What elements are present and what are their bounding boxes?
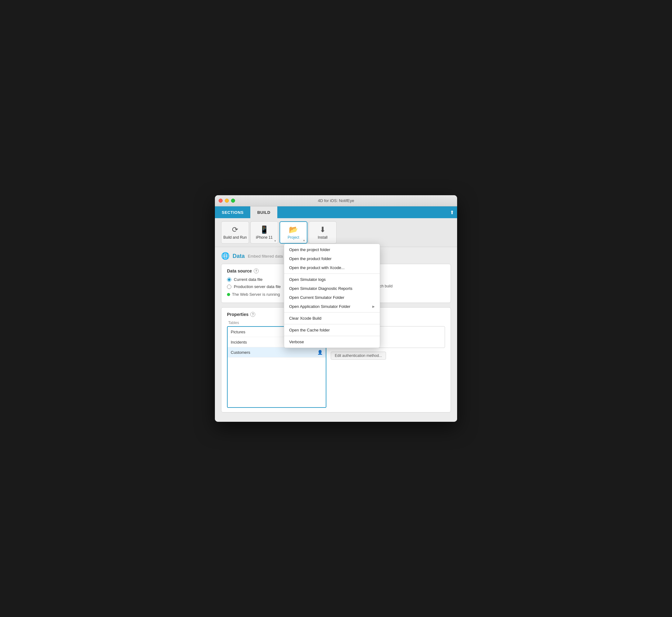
project-button[interactable]: 📂 Project ▼ — [280, 221, 307, 244]
close-button[interactable] — [219, 199, 223, 203]
menu-item-verbose[interactable]: Verbose — [284, 337, 380, 346]
menu-item-open-product-folder[interactable]: Open the product folder — [284, 254, 380, 263]
toolbar: ⟳ Build and Run 📱 iPhone 11 ▼ 📂 Project … — [215, 218, 457, 247]
radio-current-input[interactable] — [227, 277, 231, 282]
submenu-arrow-icon: ▶ — [372, 305, 375, 308]
chevron-down-icon: ▼ — [274, 240, 276, 242]
tabs-bar: SECTIONS BUILD ⬆ — [215, 206, 457, 218]
folder-icon: 📂 — [289, 225, 298, 234]
radio-production-input[interactable] — [227, 284, 231, 289]
server-status-dot — [227, 293, 230, 296]
iphone-icon: 📱 — [260, 225, 269, 234]
project-dropdown-menu: Open the project folder Open the product… — [284, 244, 380, 348]
tab-build[interactable]: BUILD — [250, 206, 277, 218]
menu-item-open-simulator-logs[interactable]: Open Simulator logs — [284, 275, 380, 284]
window-title: 4D for iOS: NotifEye — [318, 198, 354, 203]
menu-item-open-application-simulator[interactable]: Open Application Simulator Folder ▶ — [284, 302, 380, 311]
separator — [284, 273, 380, 274]
maximize-button[interactable] — [231, 199, 235, 203]
menu-item-open-current-simulator[interactable]: Open Current Simulator Folder — [284, 293, 380, 302]
chevron-down-icon: ▼ — [303, 239, 305, 242]
titlebar: 4D for iOS: NotifEye — [215, 195, 457, 206]
help-icon[interactable]: ? — [254, 268, 259, 273]
edit-auth-button[interactable]: Edit authentication method... — [331, 352, 386, 360]
upload-button[interactable]: ⬆ — [450, 209, 454, 215]
separator — [284, 336, 380, 336]
install-icon: ⬇ — [320, 225, 326, 234]
person-icon: 👤 — [317, 350, 323, 355]
separator — [284, 324, 380, 324]
traffic-lights — [219, 199, 235, 203]
build-run-icon: ⟳ — [232, 225, 238, 234]
menu-item-open-cache-folder[interactable]: Open the Cache folder — [284, 326, 380, 335]
tab-sections[interactable]: SECTIONS — [215, 206, 250, 218]
table-empty-area — [228, 358, 326, 407]
separator — [284, 312, 380, 313]
app-window: 4D for iOS: NotifEye SECTIONS BUILD ⬆ ⟳ … — [215, 195, 457, 422]
section-title: Data — [232, 253, 245, 259]
menu-item-open-simulator-diagnostic[interactable]: Open Simulator Diagnostic Reports — [284, 284, 380, 293]
iphone-button[interactable]: 📱 iPhone 11 ▼ — [250, 221, 278, 244]
table-row[interactable]: Customers 👤 — [228, 347, 326, 358]
install-button[interactable]: ⬇ Install — [309, 221, 337, 244]
menu-item-clear-xcode-build[interactable]: Clear Xcode Build — [284, 314, 380, 323]
data-icon: 🌐 — [221, 252, 229, 260]
menu-item-open-product-xcode[interactable]: Open the product with Xcode... — [284, 263, 380, 272]
menu-item-open-project-folder[interactable]: Open the project folder — [284, 245, 380, 254]
help-icon[interactable]: ? — [250, 312, 255, 317]
section-subtitle: Embed filtered data fo — [248, 254, 287, 258]
build-and-run-button[interactable]: ⟳ Build and Run — [221, 221, 249, 244]
server-status-text: The Web Server is running — [232, 292, 280, 297]
minimize-button[interactable] — [225, 199, 229, 203]
